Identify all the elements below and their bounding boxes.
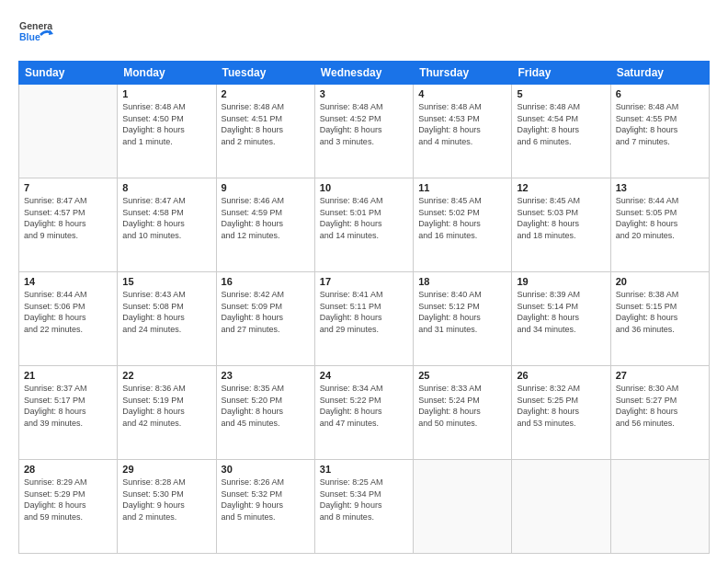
calendar-day-cell: 30Sunrise: 8:26 AMSunset: 5:32 PMDayligh… [216, 460, 314, 554]
day-info: Sunrise: 8:37 AMSunset: 5:17 PMDaylight:… [24, 383, 112, 429]
day-number: 27 [616, 370, 704, 381]
calendar-day-cell [414, 460, 512, 554]
day-number: 7 [24, 182, 112, 193]
day-info: Sunrise: 8:33 AMSunset: 5:24 PMDaylight:… [418, 383, 506, 429]
calendar-day-cell: 17Sunrise: 8:41 AMSunset: 5:11 PMDayligh… [314, 272, 413, 366]
calendar-day-cell: 20Sunrise: 8:38 AMSunset: 5:15 PMDayligh… [610, 272, 709, 366]
calendar-day-cell: 2Sunrise: 8:48 AMSunset: 4:51 PMDaylight… [216, 85, 314, 178]
day-number: 11 [418, 182, 506, 193]
day-number: 30 [222, 464, 310, 475]
calendar-day-cell: 27Sunrise: 8:30 AMSunset: 5:27 PMDayligh… [610, 366, 709, 460]
day-info: Sunrise: 8:48 AMSunset: 4:50 PMDaylight:… [122, 101, 210, 147]
logo: General Blue [18, 17, 53, 52]
calendar-day-cell: 5Sunrise: 8:48 AMSunset: 4:54 PMDaylight… [512, 85, 610, 178]
day-number: 29 [122, 464, 210, 475]
day-info: Sunrise: 8:30 AMSunset: 5:27 PMDaylight:… [616, 383, 704, 429]
day-info: Sunrise: 8:36 AMSunset: 5:19 PMDaylight:… [122, 383, 210, 429]
calendar-day-cell: 28Sunrise: 8:29 AMSunset: 5:29 PMDayligh… [19, 460, 118, 554]
day-number: 25 [418, 370, 506, 381]
day-number: 16 [222, 276, 310, 287]
day-info: Sunrise: 8:44 AMSunset: 5:06 PMDaylight:… [24, 289, 112, 335]
day-number: 28 [24, 464, 112, 475]
page: General Blue SundayMondayTuesdayWednesda… [0, 0, 728, 563]
day-info: Sunrise: 8:25 AMSunset: 5:34 PMDaylight:… [320, 477, 408, 523]
calendar-day-cell: 8Sunrise: 8:47 AMSunset: 4:58 PMDaylight… [118, 178, 216, 272]
day-number: 10 [320, 182, 408, 193]
calendar-day-header: Thursday [414, 62, 512, 85]
calendar-day-cell: 18Sunrise: 8:40 AMSunset: 5:12 PMDayligh… [414, 272, 512, 366]
svg-text:Blue: Blue [19, 31, 40, 42]
day-number: 17 [320, 276, 408, 287]
day-number: 1 [122, 88, 210, 99]
day-info: Sunrise: 8:38 AMSunset: 5:15 PMDaylight:… [616, 289, 704, 335]
calendar-week-row: 21Sunrise: 8:37 AMSunset: 5:17 PMDayligh… [19, 366, 710, 460]
day-info: Sunrise: 8:42 AMSunset: 5:09 PMDaylight:… [222, 289, 310, 335]
day-info: Sunrise: 8:40 AMSunset: 5:12 PMDaylight:… [418, 289, 506, 335]
day-info: Sunrise: 8:48 AMSunset: 4:53 PMDaylight:… [418, 101, 506, 147]
calendar-day-cell: 4Sunrise: 8:48 AMSunset: 4:53 PMDaylight… [414, 85, 512, 178]
day-info: Sunrise: 8:35 AMSunset: 5:20 PMDaylight:… [222, 383, 310, 429]
calendar-day-cell: 15Sunrise: 8:43 AMSunset: 5:08 PMDayligh… [118, 272, 216, 366]
calendar-day-cell [610, 460, 709, 554]
calendar-week-row: 7Sunrise: 8:47 AMSunset: 4:57 PMDaylight… [19, 178, 710, 272]
calendar-day-header: Monday [118, 62, 216, 85]
day-number: 24 [320, 370, 408, 381]
logo-icon: General Blue [18, 17, 53, 52]
calendar-day-cell: 25Sunrise: 8:33 AMSunset: 5:24 PMDayligh… [414, 366, 512, 460]
day-info: Sunrise: 8:47 AMSunset: 4:57 PMDaylight:… [24, 195, 112, 241]
day-number: 31 [320, 464, 408, 475]
calendar-week-row: 28Sunrise: 8:29 AMSunset: 5:29 PMDayligh… [19, 460, 710, 554]
day-number: 2 [222, 88, 310, 99]
calendar-day-cell: 1Sunrise: 8:48 AMSunset: 4:50 PMDaylight… [118, 85, 216, 178]
day-number: 9 [222, 182, 310, 193]
day-info: Sunrise: 8:46 AMSunset: 4:59 PMDaylight:… [222, 195, 310, 241]
day-number: 23 [222, 370, 310, 381]
day-info: Sunrise: 8:48 AMSunset: 4:55 PMDaylight:… [616, 101, 704, 147]
day-info: Sunrise: 8:44 AMSunset: 5:05 PMDaylight:… [616, 195, 704, 241]
calendar-day-cell: 19Sunrise: 8:39 AMSunset: 5:14 PMDayligh… [512, 272, 610, 366]
day-info: Sunrise: 8:48 AMSunset: 4:52 PMDaylight:… [320, 101, 408, 147]
day-info: Sunrise: 8:47 AMSunset: 4:58 PMDaylight:… [122, 195, 210, 241]
calendar-week-row: 14Sunrise: 8:44 AMSunset: 5:06 PMDayligh… [19, 272, 710, 366]
calendar-day-cell: 6Sunrise: 8:48 AMSunset: 4:55 PMDaylight… [610, 85, 709, 178]
day-number: 6 [616, 88, 704, 99]
day-info: Sunrise: 8:34 AMSunset: 5:22 PMDaylight:… [320, 383, 408, 429]
day-info: Sunrise: 8:41 AMSunset: 5:11 PMDaylight:… [320, 289, 408, 335]
header: General Blue [18, 17, 710, 52]
calendar-table: SundayMondayTuesdayWednesdayThursdayFrid… [18, 61, 710, 554]
calendar-day-header: Sunday [19, 62, 118, 85]
day-info: Sunrise: 8:28 AMSunset: 5:30 PMDaylight:… [122, 477, 210, 523]
day-info: Sunrise: 8:48 AMSunset: 4:54 PMDaylight:… [517, 101, 605, 147]
calendar-day-cell: 11Sunrise: 8:45 AMSunset: 5:02 PMDayligh… [414, 178, 512, 272]
calendar-day-cell: 10Sunrise: 8:46 AMSunset: 5:01 PMDayligh… [314, 178, 413, 272]
calendar-day-cell: 12Sunrise: 8:45 AMSunset: 5:03 PMDayligh… [512, 178, 610, 272]
calendar-header-row: SundayMondayTuesdayWednesdayThursdayFrid… [19, 62, 710, 85]
calendar-day-header: Wednesday [314, 62, 413, 85]
day-info: Sunrise: 8:43 AMSunset: 5:08 PMDaylight:… [122, 289, 210, 335]
svg-text:General: General [19, 20, 53, 31]
day-info: Sunrise: 8:29 AMSunset: 5:29 PMDaylight:… [24, 477, 112, 523]
day-number: 5 [517, 88, 605, 99]
day-number: 18 [418, 276, 506, 287]
calendar-day-header: Tuesday [216, 62, 314, 85]
calendar-day-cell: 14Sunrise: 8:44 AMSunset: 5:06 PMDayligh… [19, 272, 118, 366]
calendar-day-cell [19, 85, 118, 178]
calendar-day-cell [512, 460, 610, 554]
calendar-week-row: 1Sunrise: 8:48 AMSunset: 4:50 PMDaylight… [19, 85, 710, 178]
day-number: 22 [122, 370, 210, 381]
calendar-day-cell: 22Sunrise: 8:36 AMSunset: 5:19 PMDayligh… [118, 366, 216, 460]
day-number: 4 [418, 88, 506, 99]
day-info: Sunrise: 8:32 AMSunset: 5:25 PMDaylight:… [517, 383, 605, 429]
calendar-day-header: Friday [512, 62, 610, 85]
calendar-day-cell: 13Sunrise: 8:44 AMSunset: 5:05 PMDayligh… [610, 178, 709, 272]
day-number: 15 [122, 276, 210, 287]
calendar-day-cell: 24Sunrise: 8:34 AMSunset: 5:22 PMDayligh… [314, 366, 413, 460]
day-info: Sunrise: 8:26 AMSunset: 5:32 PMDaylight:… [222, 477, 310, 523]
calendar-day-header: Saturday [610, 62, 709, 85]
day-number: 12 [517, 182, 605, 193]
calendar-day-cell: 31Sunrise: 8:25 AMSunset: 5:34 PMDayligh… [314, 460, 413, 554]
calendar-day-cell: 29Sunrise: 8:28 AMSunset: 5:30 PMDayligh… [118, 460, 216, 554]
day-number: 21 [24, 370, 112, 381]
calendar-day-cell: 23Sunrise: 8:35 AMSunset: 5:20 PMDayligh… [216, 366, 314, 460]
day-number: 19 [517, 276, 605, 287]
